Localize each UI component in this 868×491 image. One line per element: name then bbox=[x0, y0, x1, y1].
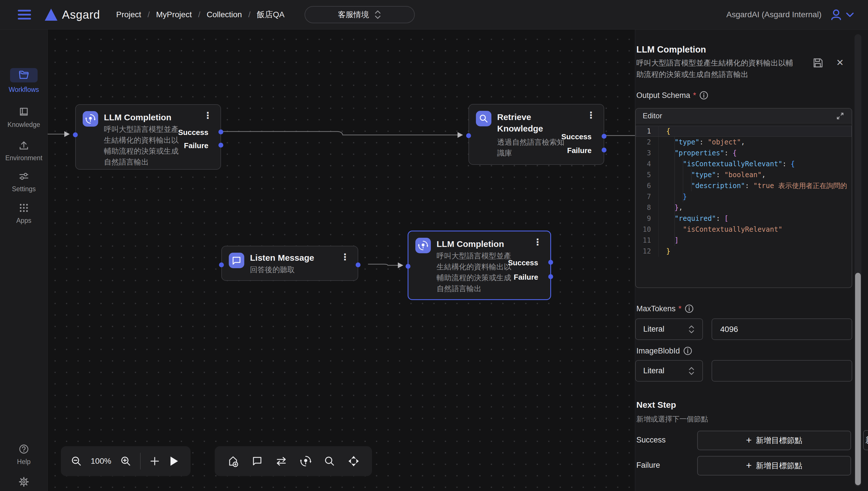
add-start-node-button[interactable] bbox=[227, 455, 239, 467]
sidebar-item-label: Help bbox=[17, 458, 30, 466]
info-icon[interactable] bbox=[699, 90, 709, 100]
editor-title: Editor bbox=[643, 111, 662, 120]
sidebar-item-environment[interactable]: Environment bbox=[0, 140, 48, 162]
add-node-button[interactable] bbox=[149, 456, 160, 467]
zoom-out-button[interactable] bbox=[70, 455, 82, 467]
failure-handle[interactable] bbox=[548, 274, 553, 279]
node-llm-completion-1[interactable]: LLM Completion 呼叫大型語言模型並產生結構化的資料輸出以輔助流程的… bbox=[75, 104, 221, 170]
info-icon[interactable] bbox=[683, 346, 693, 356]
output-handle[interactable] bbox=[356, 262, 361, 267]
swap-connections-button[interactable] bbox=[275, 455, 288, 467]
sidebar-item-apps[interactable]: Apps bbox=[0, 202, 48, 225]
imageblobid-input[interactable] bbox=[712, 360, 852, 382]
sidebar-item-workspace[interactable]: Workspace bbox=[0, 476, 48, 491]
environment-select[interactable]: 客服情境 bbox=[304, 6, 415, 23]
minimap-button[interactable] bbox=[347, 455, 360, 467]
code-line: 4 "isContextuallyRelevant": { bbox=[636, 158, 851, 169]
account-menu[interactable] bbox=[830, 8, 854, 21]
line-number: 9 bbox=[636, 213, 659, 224]
breadcrumb-current[interactable]: 飯店QA bbox=[257, 9, 285, 20]
close-panel-button[interactable]: ✕ bbox=[836, 57, 844, 68]
add-target-node-label: 新增目標節點 bbox=[756, 435, 802, 445]
book-icon bbox=[18, 107, 29, 117]
sidebar-item-help[interactable]: Help bbox=[0, 444, 48, 466]
breadcrumb-project[interactable]: Project bbox=[116, 10, 141, 19]
failure-handle[interactable] bbox=[602, 148, 606, 152]
info-icon[interactable] bbox=[684, 304, 694, 314]
maxtokens-mode-select[interactable]: Literal bbox=[635, 318, 703, 340]
panel-scrollbar-thumb[interactable] bbox=[855, 273, 861, 485]
node-llm-completion-2[interactable]: LLM Completion 呼叫大型語言模型並產生結構化的資料輸出以輔助流程的… bbox=[408, 231, 551, 300]
output-success-label: Success bbox=[508, 258, 538, 267]
code-lines: 1{2 "type": "object",3 "properties": {4 … bbox=[636, 126, 851, 257]
success-handle[interactable] bbox=[548, 260, 553, 265]
line-number: 12 bbox=[636, 246, 659, 257]
node-menu-icon[interactable]: ⋮ bbox=[340, 252, 350, 262]
line-number: 5 bbox=[636, 169, 659, 180]
schema-editor: Editor 1{2 "type": "object",3 "propertie… bbox=[635, 108, 852, 288]
code-line: 11 ] bbox=[636, 235, 851, 246]
indent-guide bbox=[691, 169, 691, 191]
node-menu-icon[interactable]: ⋮ bbox=[203, 110, 212, 121]
imageblobid-mode-select[interactable]: Literal bbox=[635, 360, 703, 382]
comment-button[interactable] bbox=[251, 455, 263, 467]
output-failure-label: Failure bbox=[567, 146, 592, 155]
node-title: LLM Completion bbox=[437, 238, 504, 250]
panel-description: 呼叫大型語言模型並產生結構化的資料輸出以輔助流程的決策或生成自然語言輸出 bbox=[636, 57, 799, 80]
output-success-label: Success bbox=[178, 128, 208, 137]
expand-icon[interactable] bbox=[836, 111, 845, 121]
save-button[interactable] bbox=[812, 57, 824, 68]
code-line-text: }, bbox=[659, 202, 683, 213]
code-line-text: "isContextuallyRelevant": { bbox=[659, 158, 795, 169]
run-button[interactable] bbox=[169, 455, 179, 467]
breadcrumb-separator: / bbox=[248, 10, 250, 19]
input-handle[interactable] bbox=[406, 264, 411, 269]
upload-icon bbox=[18, 140, 29, 151]
code-line-text: "description": "true 表示使用者正在詢問的 bbox=[659, 180, 847, 191]
code-line: 2 "type": "object", bbox=[636, 137, 851, 148]
sidebar-item-settings[interactable]: Settings bbox=[0, 171, 48, 193]
panel-title: LLM Completion bbox=[636, 45, 706, 55]
select-chevrons-icon bbox=[688, 325, 695, 334]
maxtokens-input[interactable] bbox=[712, 318, 852, 340]
offscreen-add-target-node-button[interactable]: 新增目標節點 bbox=[863, 430, 868, 450]
code-editor[interactable]: 1{2 "type": "object",3 "properties": {4 … bbox=[636, 123, 851, 284]
select-chevrons-icon bbox=[688, 366, 695, 376]
mode-select-value: Literal bbox=[643, 366, 664, 375]
code-line-text: ] bbox=[659, 235, 679, 246]
sidebar-item-label: Settings bbox=[12, 185, 36, 193]
code-line: 3 "properties": { bbox=[636, 148, 851, 158]
line-number: 6 bbox=[636, 180, 659, 191]
add-target-node-failure-button[interactable]: + 新增目標節點 bbox=[697, 456, 851, 475]
input-handle[interactable] bbox=[219, 262, 224, 267]
line-number: 7 bbox=[636, 191, 659, 202]
zoom-in-button[interactable] bbox=[120, 455, 131, 467]
success-handle[interactable] bbox=[602, 134, 606, 139]
sidebar-item-knowledge[interactable]: Knowledge bbox=[0, 107, 48, 128]
breadcrumb-myproject[interactable]: MyProject bbox=[156, 10, 192, 19]
code-line: 8 }, bbox=[636, 202, 851, 213]
output-failure-label: Failure bbox=[184, 141, 208, 150]
input-handle[interactable] bbox=[73, 133, 78, 137]
toolbar-divider bbox=[140, 453, 141, 469]
breadcrumb-collection[interactable]: Collection bbox=[207, 10, 242, 19]
failure-handle[interactable] bbox=[218, 143, 223, 148]
add-target-node-success-button[interactable]: + 新增目標節點 bbox=[697, 431, 851, 450]
line-number: 1 bbox=[636, 126, 659, 137]
next-step-subtitle: 新增或選擇下一個節點 bbox=[636, 414, 708, 424]
search-button[interactable] bbox=[324, 455, 335, 467]
zoom-level: 100% bbox=[91, 457, 111, 466]
node-menu-icon[interactable]: ⋮ bbox=[533, 237, 542, 248]
input-handle[interactable] bbox=[466, 133, 471, 138]
node-menu-icon[interactable]: ⋮ bbox=[587, 110, 596, 121]
code-line: 9 "required": [ bbox=[636, 213, 851, 224]
active-item-highlight bbox=[10, 68, 38, 82]
llm-tool-button[interactable] bbox=[300, 455, 312, 467]
sidebar-item-label: Workflows bbox=[9, 86, 39, 94]
sidebar-item-workflows[interactable]: Workflows bbox=[0, 68, 48, 94]
node-retrieve-knowledge[interactable]: Retrieve Knowledge 透過自然語言檢索知識庫 ⋮ Success… bbox=[469, 104, 604, 165]
menu-icon[interactable] bbox=[18, 7, 31, 22]
line-number: 2 bbox=[636, 137, 659, 148]
node-listen-message[interactable]: Listen Message 回答後的聽取 ⋮ bbox=[221, 246, 358, 281]
success-handle[interactable] bbox=[218, 129, 223, 134]
